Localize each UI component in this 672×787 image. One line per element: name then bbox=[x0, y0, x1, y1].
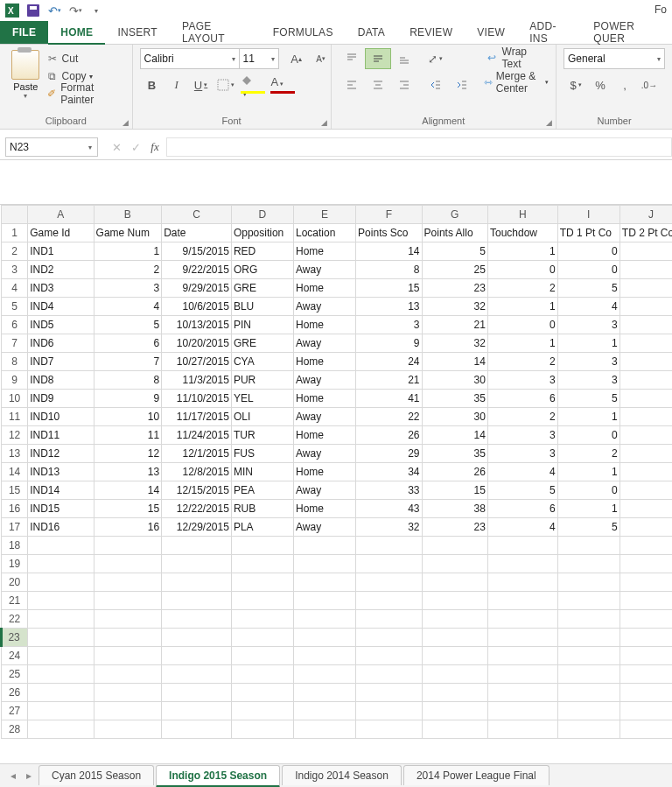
cell[interactable]: IND3 bbox=[28, 279, 94, 298]
cell[interactable]: 3 bbox=[487, 371, 557, 390]
cell[interactable]: Away bbox=[294, 518, 356, 537]
cell[interactable]: 3 bbox=[356, 316, 422, 334]
row-header[interactable]: 21 bbox=[2, 592, 28, 610]
cell[interactable]: 15 bbox=[94, 500, 162, 518]
cell[interactable]: 10/27/2015 bbox=[162, 353, 232, 371]
cell[interactable] bbox=[620, 573, 672, 592]
cell[interactable]: 11/10/2015 bbox=[162, 390, 232, 408]
cell[interactable]: 2 bbox=[487, 408, 557, 426]
underline-button[interactable]: U▾ bbox=[189, 74, 214, 95]
cell[interactable] bbox=[28, 555, 94, 573]
cell[interactable] bbox=[294, 647, 356, 665]
header-cell[interactable]: Opposition bbox=[231, 224, 293, 242]
cell[interactable]: 1 bbox=[487, 242, 557, 261]
tab-file[interactable]: FILE bbox=[0, 21, 48, 44]
cell[interactable] bbox=[94, 702, 162, 720]
cell[interactable]: IND5 bbox=[28, 316, 94, 334]
paste-icon[interactable] bbox=[11, 50, 39, 80]
column-header[interactable]: G bbox=[422, 206, 487, 224]
cell[interactable] bbox=[557, 647, 620, 665]
cell[interactable] bbox=[294, 592, 356, 610]
cell[interactable] bbox=[356, 720, 422, 739]
cell[interactable]: 12/1/2015 bbox=[162, 445, 232, 463]
cell[interactable] bbox=[620, 537, 672, 555]
cell[interactable]: RUB bbox=[231, 500, 293, 518]
cell[interactable]: 33 bbox=[356, 481, 422, 500]
cell[interactable]: 0 bbox=[557, 261, 620, 279]
orientation-icon[interactable]: ⤢▾ bbox=[423, 48, 449, 69]
cell[interactable]: 0 bbox=[557, 242, 620, 261]
cell[interactable] bbox=[557, 702, 620, 720]
cell[interactable] bbox=[422, 592, 487, 610]
cell[interactable] bbox=[231, 592, 293, 610]
cell[interactable] bbox=[487, 684, 557, 702]
cell[interactable]: IND1 bbox=[28, 242, 94, 261]
increase-decimal-icon[interactable]: .0→ bbox=[637, 74, 662, 95]
cell[interactable]: 10 bbox=[94, 408, 162, 426]
cell[interactable] bbox=[231, 537, 293, 555]
cell[interactable] bbox=[28, 702, 94, 720]
row-header[interactable]: 28 bbox=[2, 720, 28, 739]
cell[interactable] bbox=[422, 720, 487, 739]
cell[interactable]: IND2 bbox=[28, 261, 94, 279]
enter-formula-icon[interactable]: ✓ bbox=[126, 137, 145, 157]
cell[interactable] bbox=[356, 592, 422, 610]
cell[interactable] bbox=[294, 573, 356, 592]
row-header[interactable]: 20 bbox=[2, 573, 28, 592]
cell[interactable] bbox=[162, 684, 232, 702]
cell[interactable] bbox=[356, 684, 422, 702]
row-header[interactable]: 26 bbox=[2, 684, 28, 702]
percent-button[interactable]: % bbox=[588, 74, 612, 95]
cell[interactable]: Away bbox=[294, 334, 356, 353]
cell[interactable]: Home bbox=[294, 242, 356, 261]
header-cell[interactable]: Points Sco bbox=[356, 224, 422, 242]
paste-button[interactable]: Paste bbox=[13, 81, 38, 92]
cell[interactable]: 3 bbox=[557, 353, 620, 371]
cell[interactable]: 38 bbox=[422, 500, 487, 518]
cell[interactable]: 1 bbox=[94, 242, 162, 261]
cell[interactable] bbox=[94, 610, 162, 629]
cell[interactable] bbox=[162, 555, 232, 573]
cell[interactable] bbox=[557, 684, 620, 702]
merge-center-button[interactable]: ⇿Merge & Center▾ bbox=[484, 73, 549, 92]
cell[interactable]: IND7 bbox=[28, 353, 94, 371]
wrap-text-button[interactable]: ↩Wrap Text bbox=[484, 48, 549, 67]
borders-button[interactable]: ▾ bbox=[214, 74, 238, 95]
cell[interactable]: 0 bbox=[557, 426, 620, 445]
column-header[interactable]: F bbox=[356, 206, 422, 224]
tab-view[interactable]: VIEW bbox=[465, 21, 517, 44]
header-cell[interactable]: TD 2 Pt Co bbox=[620, 224, 672, 242]
row-header[interactable]: 16 bbox=[2, 500, 28, 518]
cell[interactable]: 9/22/2015 bbox=[162, 261, 232, 279]
cell[interactable]: Home bbox=[294, 500, 356, 518]
cell[interactable]: 11/24/2015 bbox=[162, 426, 232, 445]
cell[interactable]: IND14 bbox=[28, 481, 94, 500]
cell[interactable] bbox=[231, 555, 293, 573]
column-header[interactable]: B bbox=[94, 206, 162, 224]
cell[interactable]: 5 bbox=[557, 390, 620, 408]
cell[interactable]: 4 bbox=[487, 518, 557, 537]
cell[interactable] bbox=[231, 610, 293, 629]
cell[interactable]: 13 bbox=[356, 298, 422, 316]
cell[interactable]: 3 bbox=[487, 426, 557, 445]
header-cell[interactable]: Date bbox=[162, 224, 232, 242]
cell[interactable]: 9/29/2015 bbox=[162, 279, 232, 298]
cell[interactable] bbox=[487, 537, 557, 555]
cell[interactable] bbox=[356, 555, 422, 573]
cell[interactable] bbox=[422, 629, 487, 647]
cell[interactable]: 21 bbox=[422, 316, 487, 334]
cell[interactable]: 0 bbox=[620, 518, 672, 537]
cell[interactable]: 12/8/2015 bbox=[162, 463, 232, 481]
cell[interactable]: 26 bbox=[356, 426, 422, 445]
row-header[interactable]: 1 bbox=[2, 224, 28, 242]
bold-button[interactable]: B bbox=[140, 74, 164, 95]
cell[interactable]: CYA bbox=[231, 353, 293, 371]
cell[interactable]: 0 bbox=[487, 261, 557, 279]
cell[interactable]: 6 bbox=[487, 500, 557, 518]
cell[interactable] bbox=[28, 537, 94, 555]
cell[interactable] bbox=[294, 684, 356, 702]
cell[interactable]: 0 bbox=[487, 316, 557, 334]
cell[interactable] bbox=[487, 665, 557, 684]
cell[interactable]: 34 bbox=[356, 463, 422, 481]
cell[interactable] bbox=[356, 665, 422, 684]
